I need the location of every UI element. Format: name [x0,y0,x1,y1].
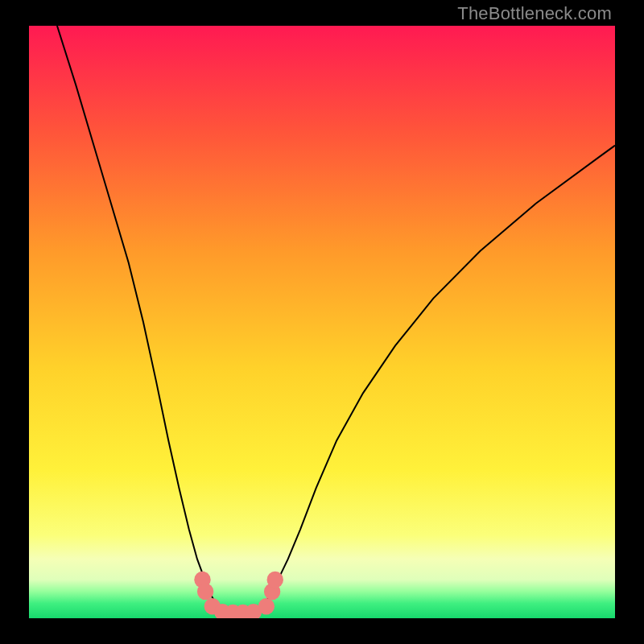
curve-left-branch [57,26,222,611]
chart-frame: TheBottleneck.com [0,0,644,644]
bottleneck-curve [29,26,615,618]
plot-area [29,26,615,618]
curve-right-branch [258,146,615,611]
marker-dot [267,572,283,588]
marker-dot [258,598,275,615]
marker-dot [197,584,213,601]
watermark-text: TheBottleneck.com [457,3,612,24]
marker-strip [194,572,283,618]
